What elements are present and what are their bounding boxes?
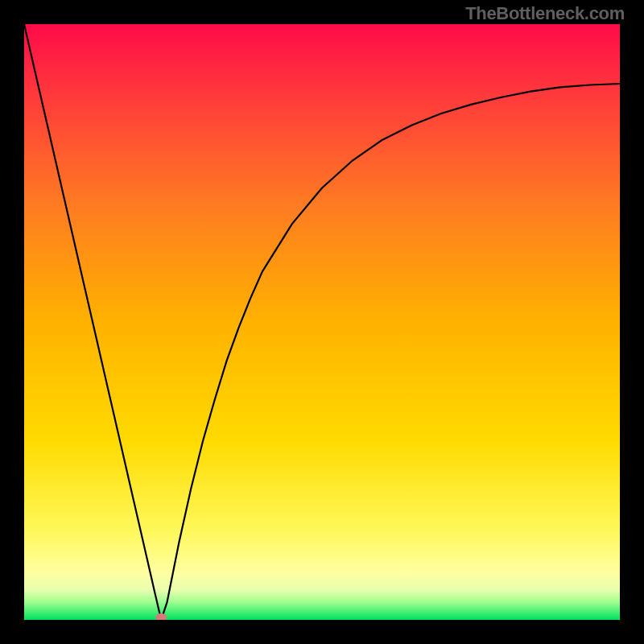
chart-background-gradient xyxy=(24,24,620,620)
attribution-text: TheBottleneck.com xyxy=(465,3,625,24)
chart-frame: TheBottleneck.com xyxy=(0,0,644,644)
bottleneck-chart xyxy=(24,24,620,620)
